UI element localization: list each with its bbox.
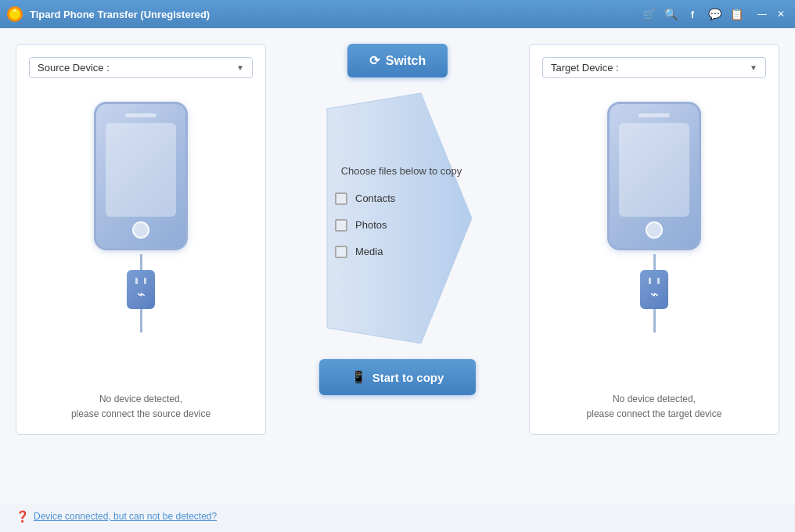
source-phone-body — [94, 102, 188, 250]
titlebar: Tipard Phone Transfer (Unregistered) 🛒 🔍… — [0, 0, 795, 28]
target-usb-connector: ⌁ — [640, 270, 668, 309]
target-usb-line-bottom — [653, 309, 656, 332]
target-usb-prong-right — [657, 278, 660, 284]
message-icon[interactable]: 💬 — [706, 5, 723, 23]
source-usb-cable: ⌁ — [127, 254, 155, 332]
source-usb-prong-left — [135, 278, 138, 284]
contacts-label: Contacts — [355, 192, 395, 204]
start-copy-icon: 📱 — [351, 370, 366, 384]
facebook-icon[interactable]: f — [684, 5, 701, 23]
app-title: Tipard Phone Transfer (Unregistered) — [30, 9, 210, 20]
target-usb-line — [653, 254, 656, 270]
source-usb-prongs — [135, 278, 146, 284]
media-label: Media — [355, 246, 383, 257]
target-phone-speaker — [639, 113, 670, 117]
transfer-area: Source Device : ▼ ⌁ — [16, 44, 779, 496]
arrow-container: Choose files below to copy Contacts Phot… — [319, 85, 476, 351]
start-copy-button[interactable]: 📱 Start to copy — [319, 359, 476, 395]
target-usb-prong-left — [649, 278, 651, 284]
arrow-content: Choose files below to copy Contacts Phot… — [319, 165, 476, 272]
source-no-device-text: No device detected, please connect the s… — [71, 376, 210, 422]
target-usb-symbol: ⌁ — [650, 287, 659, 301]
target-no-device-text: No device detected, please connect the t… — [587, 376, 722, 422]
target-usb-prongs — [649, 278, 660, 284]
start-copy-label: Start to copy — [372, 371, 444, 384]
target-selector-arrow-icon: ▼ — [750, 63, 757, 72]
photos-label: Photos — [355, 219, 387, 231]
titlebar-left: Tipard Phone Transfer (Unregistered) — [6, 5, 210, 23]
minimize-button[interactable]: — — [754, 6, 770, 22]
titlebar-controls: — ✕ — [754, 6, 789, 22]
switch-button[interactable]: ⟳ Switch — [347, 44, 448, 77]
target-phone-screen — [619, 123, 689, 217]
source-usb-symbol: ⌁ — [137, 287, 146, 301]
photos-checkbox[interactable] — [335, 219, 347, 232]
target-phone-home — [646, 221, 663, 239]
main-content: Source Device : ▼ ⌁ — [0, 28, 795, 504]
help-icon: ❓ — [16, 510, 29, 523]
close-button[interactable]: ✕ — [773, 6, 789, 22]
source-usb-prong-right — [144, 278, 146, 284]
contacts-checkbox[interactable] — [335, 192, 347, 205]
source-phone-home — [132, 221, 149, 239]
source-phone-screen — [106, 123, 176, 217]
target-device-panel: Target Device : ▼ ⌁ — [529, 44, 779, 435]
target-device-selector[interactable]: Target Device : ▼ — [542, 57, 766, 78]
search-icon[interactable]: 🔍 — [662, 5, 679, 23]
source-phone-illustration: ⌁ — [94, 102, 188, 332]
source-device-selector[interactable]: Source Device : ▼ — [29, 57, 253, 78]
source-usb-line-bottom — [140, 309, 142, 332]
source-selector-arrow-icon: ▼ — [236, 63, 244, 72]
doc-icon[interactable]: 📋 — [728, 5, 745, 23]
source-device-panel: Source Device : ▼ ⌁ — [16, 44, 266, 435]
titlebar-icons: 🛒 🔍 f 💬 📋 — [640, 5, 745, 23]
footer: ❓ Device connected, but can not be detec… — [0, 504, 795, 532]
switch-icon: ⟳ — [369, 53, 380, 68]
source-usb-connector: ⌁ — [127, 270, 155, 309]
switch-label: Switch — [386, 54, 426, 68]
target-phone-illustration: ⌁ — [607, 102, 701, 332]
target-phone-body — [607, 102, 701, 250]
contacts-option[interactable]: Contacts — [335, 192, 395, 205]
media-checkbox[interactable] — [335, 246, 347, 258]
media-option[interactable]: Media — [335, 246, 383, 258]
target-selector-label: Target Device : — [551, 62, 750, 74]
source-phone-speaker — [125, 113, 156, 117]
cart-icon[interactable]: 🛒 — [640, 5, 657, 23]
photos-option[interactable]: Photos — [335, 219, 387, 232]
middle-section: ⟳ Switch Choose files below to — [266, 44, 529, 395]
source-usb-line — [140, 254, 142, 270]
source-selector-label: Source Device : — [38, 62, 236, 74]
target-usb-cable: ⌁ — [640, 254, 668, 332]
app-logo — [6, 5, 23, 23]
device-help-link[interactable]: Device connected, but can not be detecte… — [34, 511, 217, 522]
choose-files-label: Choose files below to copy — [335, 165, 476, 177]
